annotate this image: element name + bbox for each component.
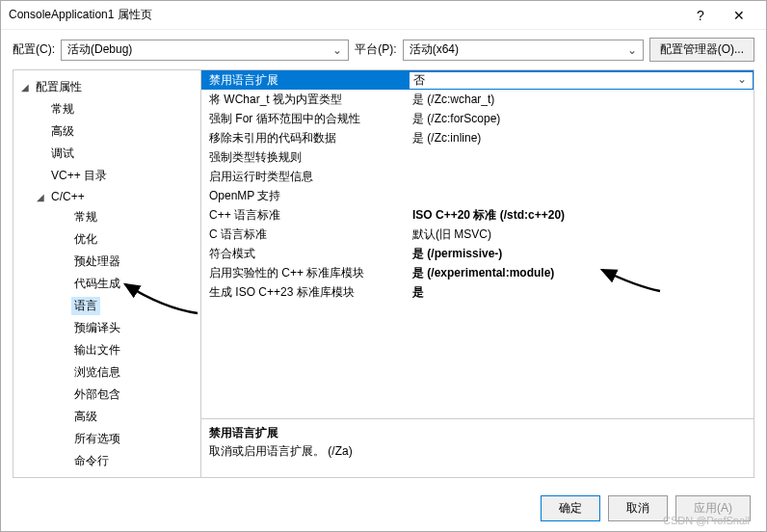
titlebar: ConsoleApplication1 属性页 ? ✕ xyxy=(1,1,766,30)
property-row[interactable]: 强制类型转换规则 xyxy=(201,147,754,167)
config-label: 配置(C): xyxy=(13,41,55,58)
tree-caret-icon: ◢ xyxy=(21,82,33,93)
property-name: 移除未引用的代码和数据 xyxy=(201,130,409,146)
tree-item[interactable]: 命令行 xyxy=(13,450,200,472)
property-name: C 语言标准 xyxy=(201,226,409,243)
tree-item-label: 浏览信息 xyxy=(71,363,123,382)
property-name: 符合模式 xyxy=(201,246,409,262)
property-row[interactable]: 生成 ISO C++23 标准库模块是 xyxy=(201,282,754,302)
property-value[interactable]: 是 (/experimental:module) xyxy=(409,265,754,281)
config-row: 配置(C): 活动(Debug) 平台(P): 活动(x64) 配置管理器(O)… xyxy=(1,30,766,69)
platform-combo[interactable]: 活动(x64) xyxy=(403,40,644,61)
property-row[interactable]: 将 WChar_t 视为内置类型是 (/Zc:wchar_t) xyxy=(201,90,754,109)
tree-item-label: 代码生成 xyxy=(71,275,123,293)
description-panel: 禁用语言扩展 取消或启用语言扩展。 (/Za) xyxy=(201,419,754,477)
tree-item[interactable]: 语言 xyxy=(13,295,200,317)
property-name: 强制类型转换规则 xyxy=(201,149,409,166)
tree-item[interactable]: 常规 xyxy=(13,206,200,228)
tree-item[interactable]: 调试 xyxy=(13,143,200,165)
property-name: 启用实验性的 C++ 标准库模块 xyxy=(201,265,409,281)
tree-item[interactable]: 高级 xyxy=(13,120,200,143)
tree-item-label: 预处理器 xyxy=(71,253,123,271)
tree-item[interactable]: 优化 xyxy=(13,228,200,251)
platform-value: 活动(x64) xyxy=(410,41,459,58)
property-value[interactable]: 默认(旧 MSVC) xyxy=(409,226,754,243)
tree-item[interactable]: 常规 xyxy=(13,98,200,120)
tree-item-label: 命令行 xyxy=(71,452,112,470)
tree-item-label: 调试 xyxy=(48,145,77,163)
tree-item-label: 常规 xyxy=(48,100,77,119)
property-row[interactable]: 启用实验性的 C++ 标准库模块是 (/experimental:module) xyxy=(201,263,754,282)
tree-item[interactable]: 输出文件 xyxy=(13,339,200,361)
property-tree[interactable]: ◢配置属性常规高级调试VC++ 目录◢C/C++常规优化预处理器代码生成语言预编… xyxy=(13,70,201,477)
close-icon[interactable]: ✕ xyxy=(720,8,758,23)
tree-item[interactable]: 代码生成 xyxy=(13,273,200,295)
tree-item-label: 链接器 xyxy=(48,474,89,477)
property-value[interactable]: 是 xyxy=(409,284,754,301)
tree-item-label: C/C++ xyxy=(48,189,88,204)
tree-item-label: 输出文件 xyxy=(71,341,123,359)
property-row[interactable]: 移除未引用的代码和数据是 (/Zc:inline) xyxy=(201,128,754,147)
tree-item[interactable]: 高级 xyxy=(13,406,200,428)
window-title: ConsoleApplication1 属性页 xyxy=(9,7,681,23)
description-title: 禁用语言扩展 xyxy=(209,425,746,441)
tree-item[interactable]: ◢C/C++ xyxy=(13,187,200,206)
tree-item[interactable]: ▷链接器 xyxy=(13,472,200,477)
cancel-button[interactable]: 取消 xyxy=(608,495,668,521)
config-manager-button[interactable]: 配置管理器(O)... xyxy=(649,38,754,62)
tree-item-label: 常规 xyxy=(71,208,100,226)
property-row[interactable]: 启用运行时类型信息 xyxy=(201,167,754,186)
watermark: CSDN @ProfSnail xyxy=(663,515,750,526)
tree-item[interactable]: VC++ 目录 xyxy=(13,165,200,187)
property-row[interactable]: 禁用语言扩展否 xyxy=(201,70,754,90)
tree-item-label: 高级 xyxy=(48,122,77,141)
property-name: OpenMP 支持 xyxy=(201,188,409,204)
property-value[interactable]: 否 xyxy=(409,71,754,90)
property-name: 禁用语言扩展 xyxy=(201,72,409,89)
property-row[interactable]: 强制 For 循环范围中的合规性是 (/Zc:forScope) xyxy=(201,109,754,128)
property-name: 启用运行时类型信息 xyxy=(201,169,409,185)
tree-item[interactable]: 外部包含 xyxy=(13,384,200,406)
property-name: 将 WChar_t 视为内置类型 xyxy=(201,92,409,108)
property-value[interactable]: ISO C++20 标准 (/std:c++20) xyxy=(409,207,754,224)
tree-item[interactable]: 浏览信息 xyxy=(13,361,200,384)
property-row[interactable]: 符合模式是 (/permissive-) xyxy=(201,244,754,263)
dialog-footer: 确定 取消 应用(A) xyxy=(1,486,766,531)
property-name: 强制 For 循环范围中的合规性 xyxy=(201,111,409,127)
tree-item-label: 外部包含 xyxy=(71,386,123,404)
property-name: C++ 语言标准 xyxy=(201,207,409,224)
property-name: 生成 ISO C++23 标准库模块 xyxy=(201,284,409,301)
tree-item[interactable]: 预处理器 xyxy=(13,251,200,273)
property-row[interactable]: C++ 语言标准ISO C++20 标准 (/std:c++20) xyxy=(201,205,754,225)
property-row[interactable]: C 语言标准默认(旧 MSVC) xyxy=(201,225,754,244)
tree-item-label: 语言 xyxy=(71,297,100,315)
tree-item[interactable]: 所有选项 xyxy=(13,428,200,450)
platform-label: 平台(P): xyxy=(355,41,396,58)
tree-item-label: 优化 xyxy=(71,230,100,249)
tree-item[interactable]: 预编译头 xyxy=(13,317,200,339)
tree-item-label: VC++ 目录 xyxy=(48,167,110,185)
config-value: 活动(Debug) xyxy=(67,41,132,58)
ok-button[interactable]: 确定 xyxy=(541,495,600,521)
tree-item[interactable]: ◢配置属性 xyxy=(13,76,200,98)
tree-item-label: 高级 xyxy=(71,408,100,426)
property-value[interactable]: 是 (/Zc:wchar_t) xyxy=(409,92,754,108)
tree-caret-icon: ◢ xyxy=(37,192,48,202)
property-value[interactable]: 是 (/Zc:forScope) xyxy=(409,111,754,127)
property-grid[interactable]: 禁用语言扩展否将 WChar_t 视为内置类型是 (/Zc:wchar_t)强制… xyxy=(201,70,754,419)
help-icon[interactable]: ? xyxy=(681,8,720,23)
tree-item-label: 配置属性 xyxy=(33,78,85,96)
tree-item-label: 预编译头 xyxy=(71,319,123,337)
config-combo[interactable]: 活动(Debug) xyxy=(61,40,349,61)
property-value[interactable]: 是 (/permissive-) xyxy=(409,246,754,262)
description-text: 取消或启用语言扩展。 (/Za) xyxy=(209,443,746,460)
tree-item-label: 所有选项 xyxy=(71,430,123,448)
property-row[interactable]: OpenMP 支持 xyxy=(201,186,754,205)
property-value[interactable]: 是 (/Zc:inline) xyxy=(409,130,754,146)
